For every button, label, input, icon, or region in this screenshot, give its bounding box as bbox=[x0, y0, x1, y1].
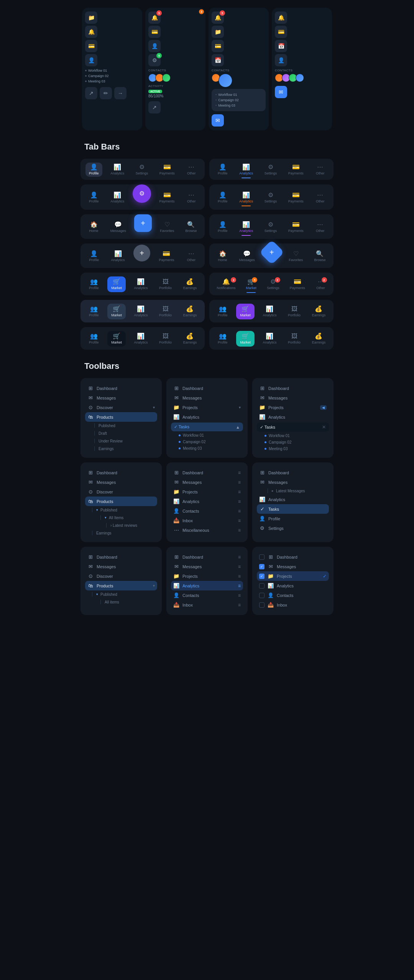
tab-analytics-6[interactable]: 📊 Analytics bbox=[236, 220, 256, 234]
tool4-discover[interactable]: ⊙ Discover bbox=[85, 487, 157, 497]
tab-browse-8[interactable]: 🔍 Browse bbox=[311, 249, 329, 263]
mt4-analytics[interactable]: 📊 Analytics bbox=[260, 304, 279, 319]
tab-messages-5[interactable]: 💬 Messages bbox=[107, 220, 129, 234]
tool9-contacts[interactable]: 👤 Contacts bbox=[257, 590, 329, 600]
mt1-portfolio[interactable]: 🖼 Portfolio bbox=[156, 277, 175, 291]
mt4-profile[interactable]: 👥 Profile bbox=[214, 304, 231, 319]
mt1-profile[interactable]: 👥 Profile bbox=[85, 277, 102, 291]
tool8-analytics[interactable]: 📊 Analytics ≡ bbox=[171, 581, 243, 590]
tool3-wf3[interactable]: Meeting 03 bbox=[257, 446, 329, 452]
tool1-earnings[interactable]: Earnings bbox=[85, 445, 157, 452]
tab-favorites-5[interactable]: ♡ Favorites bbox=[157, 220, 177, 234]
tool2-messages[interactable]: ✉ Messages bbox=[171, 393, 243, 403]
tool8-projects[interactable]: 📁 Projects ≡ bbox=[171, 571, 243, 581]
settings-btn-2[interactable]: ⚙ 5 bbox=[148, 54, 161, 66]
send-blue-btn[interactable]: ✉ bbox=[212, 114, 224, 127]
mt3-analytics[interactable]: 📊 Analytics bbox=[131, 304, 151, 319]
tool9-analytics[interactable]: 📊 Analytics bbox=[257, 581, 329, 590]
mt3-portfolio[interactable]: 🖼 Portfolio bbox=[156, 304, 175, 319]
tool7-products[interactable]: 🛍 Products ▾ bbox=[85, 581, 157, 590]
payment-icon-btn[interactable]: 💳 bbox=[85, 40, 97, 52]
user-btn-2[interactable]: 👤 bbox=[148, 40, 161, 52]
tool6-messages[interactable]: ✉ Messages bbox=[257, 477, 329, 487]
tool4-earnings[interactable]: Earnings bbox=[85, 529, 157, 537]
tool5-inbox[interactable]: 📥 Inbox ≡ bbox=[171, 516, 243, 525]
tool3-wf2[interactable]: Campaign 02 bbox=[257, 439, 329, 446]
tool8-inbox[interactable]: 📥 Inbox ≡ bbox=[171, 600, 243, 610]
mt6-market[interactable]: 🛒 Market bbox=[236, 331, 255, 347]
tool3-tasks-header[interactable]: ✓ Tasks ✕ bbox=[257, 423, 329, 432]
mt5-portfolio[interactable]: 🖼 Portfolio bbox=[156, 332, 175, 346]
tool7-dashboard[interactable]: ⊞ Dashboard bbox=[85, 552, 157, 562]
tool2-wf1[interactable]: Workflow 01 bbox=[171, 432, 243, 439]
tab-analytics-3[interactable]: 📊 Analytics bbox=[107, 191, 127, 205]
tab-payments-7[interactable]: 💳 Payments bbox=[156, 249, 177, 263]
tool6-profile[interactable]: 👤 Profile bbox=[257, 514, 329, 523]
tab-plus-7[interactable]: + bbox=[133, 245, 150, 261]
mt6-profile[interactable]: 👥 Profile bbox=[214, 332, 231, 346]
mt4-portfolio[interactable]: 🖼 Portfolio bbox=[285, 304, 304, 319]
tab-profile-1[interactable]: 👤 Profile bbox=[85, 163, 102, 177]
tab-other-3[interactable]: ⋯ Other bbox=[183, 191, 200, 205]
tasks-x-3[interactable]: ✕ bbox=[322, 424, 326, 430]
tab-home-8[interactable]: 🏠 Home bbox=[214, 249, 231, 263]
tab-payments-1[interactable]: 💳 Payments bbox=[156, 163, 178, 177]
calendar-btn-4[interactable]: 📅 bbox=[275, 40, 287, 52]
tab-settings-1[interactable]: ⚙ Settings bbox=[133, 163, 151, 177]
contacts-cb-9[interactable] bbox=[259, 593, 264, 598]
tab-settings-4[interactable]: ⚙ Settings bbox=[261, 191, 280, 205]
tool2-projects[interactable]: 📁 Projects ▾ bbox=[171, 403, 243, 412]
tool5-misc[interactable]: ⋯ Miscellaneous ≡ bbox=[171, 525, 243, 535]
tool3-analytics[interactable]: 📊 Analytics bbox=[257, 412, 329, 422]
mt1-earnings[interactable]: 💰 Earnings bbox=[180, 277, 200, 291]
tab-analytics-4[interactable]: 📊 Analytics bbox=[236, 191, 256, 205]
mt4-earnings[interactable]: 💰 Earnings bbox=[309, 304, 329, 319]
tab-analytics-2[interactable]: 📊 Analytics bbox=[236, 163, 256, 177]
mt3-market[interactable]: 🛒 Market bbox=[107, 304, 126, 319]
payment-btn-2[interactable]: 💳 bbox=[148, 26, 161, 38]
mt6-earnings[interactable]: 💰 Earnings bbox=[309, 332, 329, 346]
mt2-payments[interactable]: 💳 Payments bbox=[287, 277, 308, 291]
tab-payments-2[interactable]: 💳 Payments bbox=[285, 163, 307, 177]
tool1-messages[interactable]: ✉ Messages bbox=[85, 393, 157, 403]
calendar-btn-3[interactable]: 📅 bbox=[212, 54, 224, 66]
tab-other-2[interactable]: ⋯ Other bbox=[312, 163, 329, 177]
mt2-notifications[interactable]: 🔔 Notifications 2 bbox=[214, 277, 238, 291]
tool4-messages[interactable]: ✉ Messages bbox=[85, 477, 157, 487]
tool8-dashboard[interactable]: ⊞ Dashboard ≡ bbox=[171, 552, 243, 562]
tool5-dashboard[interactable]: ⊞ Dashboard ≡ bbox=[171, 468, 243, 477]
edit-icon-btn[interactable]: ✏ bbox=[100, 87, 112, 99]
tool4-published[interactable]: ▾ Published bbox=[85, 506, 157, 514]
tab-profile-3[interactable]: 👤 Profile bbox=[85, 191, 102, 205]
notification-btn-4[interactable]: 🔔 bbox=[275, 12, 287, 24]
export-icon-btn[interactable]: ↗ bbox=[148, 101, 161, 113]
tab-payments-6[interactable]: 💳 Payments bbox=[285, 220, 307, 234]
tool8-contacts[interactable]: 👤 Contacts ≡ bbox=[171, 590, 243, 600]
send-blue-btn-4[interactable]: ✉ bbox=[275, 86, 287, 98]
tool2-wf2[interactable]: Campaign 02 bbox=[171, 439, 243, 445]
tab-messages-8[interactable]: 💬 Messages bbox=[236, 249, 258, 263]
tool5-projects[interactable]: 📁 Projects ≡ bbox=[171, 487, 243, 497]
tool5-messages[interactable]: ✉ Messages ≡ bbox=[171, 477, 243, 487]
mt3-profile[interactable]: 👥 Profile bbox=[85, 304, 102, 319]
tool2-dashboard[interactable]: ⊞ Dashboard bbox=[171, 383, 243, 393]
user-btn-4[interactable]: 👤 bbox=[275, 54, 287, 66]
tool6-latest-messages[interactable]: ▸ Latest Messages bbox=[257, 487, 329, 495]
tab-other-7[interactable]: ⋯ Other bbox=[183, 249, 200, 263]
tab-analytics-7[interactable]: 📊 Analytics bbox=[108, 249, 128, 263]
analytics-cb-9[interactable] bbox=[259, 583, 264, 589]
tool7-published[interactable]: ▾ Published bbox=[85, 590, 157, 598]
tool3-projects[interactable]: 📁 Projects ◀ bbox=[257, 403, 329, 412]
tool9-messages[interactable]: ✓ ✉ Messages bbox=[257, 562, 329, 571]
logout-icon-btn[interactable]: → bbox=[114, 87, 127, 99]
tab-plus-5[interactable]: + bbox=[134, 214, 152, 232]
tool7-allitems[interactable]: All items bbox=[85, 598, 157, 606]
tool3-dashboard[interactable]: ⊞ Dashboard bbox=[257, 383, 329, 393]
mt5-profile[interactable]: 👥 Profile bbox=[85, 332, 102, 346]
tool1-discover[interactable]: ⊙ Discover ▾ bbox=[85, 403, 157, 412]
notification-btn-3[interactable]: 🔔 5 bbox=[212, 12, 224, 24]
tool1-dashboard[interactable]: ⊞ Dashboard bbox=[85, 383, 157, 393]
user-icon-btn[interactable]: 👤 bbox=[85, 54, 97, 66]
tab-profile-2[interactable]: 👤 Profile bbox=[214, 163, 231, 177]
tool2-wf3[interactable]: Meeting 03 bbox=[171, 445, 243, 452]
